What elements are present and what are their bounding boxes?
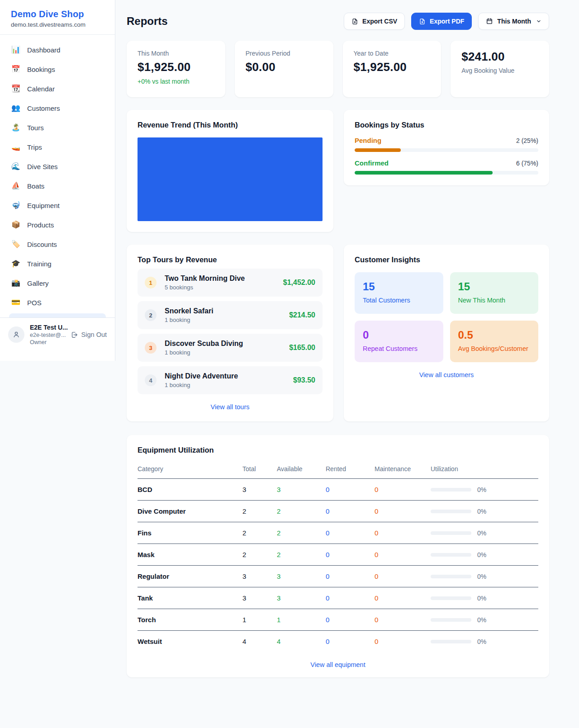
sidebar-item-gallery[interactable]: 📸Gallery xyxy=(5,274,109,292)
tour-bookings: 1 booking xyxy=(165,317,289,323)
export-pdf-button[interactable]: Export PDF xyxy=(411,13,472,30)
equipment-utilization-title: Equipment Utilization xyxy=(138,446,538,454)
col-utilization: Utilization xyxy=(431,465,538,473)
view-all-tours-link[interactable]: View all tours xyxy=(138,403,323,411)
calendar-icon xyxy=(486,18,493,25)
status-count-confirmed: 6 (75%) xyxy=(516,160,538,167)
graduation-cap-icon: 🎓 xyxy=(11,259,21,268)
rank-badge: 3 xyxy=(145,342,157,354)
cell-utilization: 0% xyxy=(431,573,538,580)
col-available: Available xyxy=(277,465,326,473)
cell-category: Tank xyxy=(138,594,242,602)
stat-card-previous-period: Previous Period $0.00 xyxy=(235,41,333,97)
rank-badge: 4 xyxy=(145,374,157,386)
confirmed-bar-track xyxy=(355,171,538,175)
cell-utilization: 0% xyxy=(431,551,538,558)
table-row: BCD 3 3 0 0 0% xyxy=(138,479,538,501)
sailboat-icon: ⛵ xyxy=(11,181,21,190)
status-label-confirmed: Confirmed xyxy=(355,159,389,167)
sidebar-item-reports-partial[interactable] xyxy=(9,313,106,317)
table-header-row: Category Total Available Rented Maintena… xyxy=(138,461,538,479)
tour-name: Snorkel Safari xyxy=(165,307,289,315)
tile-label: Total Customers xyxy=(363,297,435,304)
cell-available: 4 xyxy=(277,638,326,645)
utilization-percent: 0% xyxy=(477,638,486,645)
sidebar-item-customers[interactable]: 👥Customers xyxy=(5,99,109,117)
sidebar-item-label: Gallery xyxy=(27,279,49,287)
cell-maintenance: 0 xyxy=(375,529,431,537)
shop-domain: demo.test.divestreams.com xyxy=(11,21,104,28)
cell-rented: 0 xyxy=(326,507,375,515)
sidebar-item-label: POS xyxy=(27,299,42,307)
sidebar-item-equipment[interactable]: 🤿Equipment xyxy=(5,197,109,214)
tour-amount: $214.50 xyxy=(289,311,315,319)
sidebar-item-dive-sites[interactable]: 🌊Dive Sites xyxy=(5,158,109,175)
sidebar-item-products[interactable]: 📦Products xyxy=(5,216,109,233)
utilization-percent: 0% xyxy=(477,573,486,580)
stat-label: Year to Date xyxy=(354,50,431,57)
package-icon: 📦 xyxy=(11,220,21,229)
cell-maintenance: 0 xyxy=(375,507,431,515)
table-row: Dive Computer 2 2 0 0 0% xyxy=(138,501,538,522)
cell-rented: 0 xyxy=(326,616,375,624)
col-total: Total xyxy=(242,465,277,473)
view-all-customers-link[interactable]: View all customers xyxy=(355,371,538,378)
sidebar-item-pos[interactable]: 💳POS xyxy=(5,294,109,311)
status-row-pending: Pending 2 (25%) xyxy=(355,137,538,144)
col-maintenance: Maintenance xyxy=(375,465,431,473)
sidebar-item-dashboard[interactable]: 📊Dashboard xyxy=(5,41,109,58)
tile-value: 15 xyxy=(363,280,435,293)
sidebar: Demo Dive Shop demo.test.divestreams.com… xyxy=(0,0,115,361)
cell-available: 3 xyxy=(277,486,326,493)
sidebar-item-label: Trips xyxy=(27,143,42,151)
sidebar-item-label: Boats xyxy=(27,182,44,190)
sidebar-item-discounts[interactable]: 🏷️Discounts xyxy=(5,236,109,253)
user-meta: E2E Test U... e2e-tester@... Owner xyxy=(30,324,71,345)
tour-bookings: 5 bookings xyxy=(165,284,283,291)
main-content: Reports Export CSV Export PDF This Month… xyxy=(115,0,579,695)
utilization-percent: 0% xyxy=(477,486,486,493)
user-role: Owner xyxy=(30,339,71,345)
speedboat-icon: 🚤 xyxy=(11,142,21,151)
utilization-percent: 0% xyxy=(477,508,486,515)
sidebar-item-label: Equipment xyxy=(27,202,60,209)
export-csv-button[interactable]: Export CSV xyxy=(344,13,405,30)
cell-category: Dive Computer xyxy=(138,507,242,515)
cell-total: 3 xyxy=(242,594,277,602)
page-title: Reports xyxy=(127,15,168,28)
rank-badge: 2 xyxy=(145,309,157,321)
sidebar-item-label: Discounts xyxy=(27,241,57,248)
sidebar-item-label: Customers xyxy=(27,104,60,112)
pending-bar-fill xyxy=(355,148,401,152)
sidebar-item-trips[interactable]: 🚤Trips xyxy=(5,138,109,156)
revenue-trend-title: Revenue Trend (This Month) xyxy=(138,121,323,129)
sidebar-item-calendar[interactable]: 📆Calendar xyxy=(5,80,109,97)
cell-utilization: 0% xyxy=(431,508,538,515)
tour-name: Two Tank Morning Dive xyxy=(165,274,283,283)
sidebar-item-tours[interactable]: 🏝️Tours xyxy=(5,119,109,136)
cell-category: BCD xyxy=(138,486,242,493)
sidebar-item-training[interactable]: 🎓Training xyxy=(5,255,109,272)
cell-rented: 0 xyxy=(326,594,375,602)
brand: Demo Dive Shop demo.test.divestreams.com xyxy=(0,0,115,35)
tour-name: Night Dive Adventure xyxy=(165,372,293,380)
header-actions: Export CSV Export PDF This Month xyxy=(344,13,549,30)
cell-maintenance: 0 xyxy=(375,572,431,580)
equipment-table: Category Total Available Rented Maintena… xyxy=(138,461,538,652)
tile-repeat-customers: 0 Repeat Customers xyxy=(355,321,443,362)
sidebar-nav: 📊Dashboard 📅Bookings 📆Calendar 👥Customer… xyxy=(0,35,115,317)
sidebar-item-label: Training xyxy=(27,260,52,268)
cell-available: 3 xyxy=(277,572,326,580)
island-icon: 🏝️ xyxy=(11,123,21,132)
view-all-equipment-link[interactable]: View all equipment xyxy=(138,661,538,668)
sidebar-item-boats[interactable]: ⛵Boats xyxy=(5,177,109,194)
cell-maintenance: 0 xyxy=(375,616,431,624)
file-export-icon xyxy=(419,18,426,25)
period-selector[interactable]: This Month xyxy=(478,13,549,30)
stat-cards: This Month $1,925.00 +0% vs last month P… xyxy=(127,41,549,97)
tour-meta: Discover Scuba Diving 1 booking xyxy=(165,340,289,356)
wave-icon: 🌊 xyxy=(11,162,21,171)
sign-out-button[interactable]: Sign Out xyxy=(71,331,107,339)
cell-utilization: 0% xyxy=(431,595,538,602)
sidebar-item-bookings[interactable]: 📅Bookings xyxy=(5,61,109,78)
